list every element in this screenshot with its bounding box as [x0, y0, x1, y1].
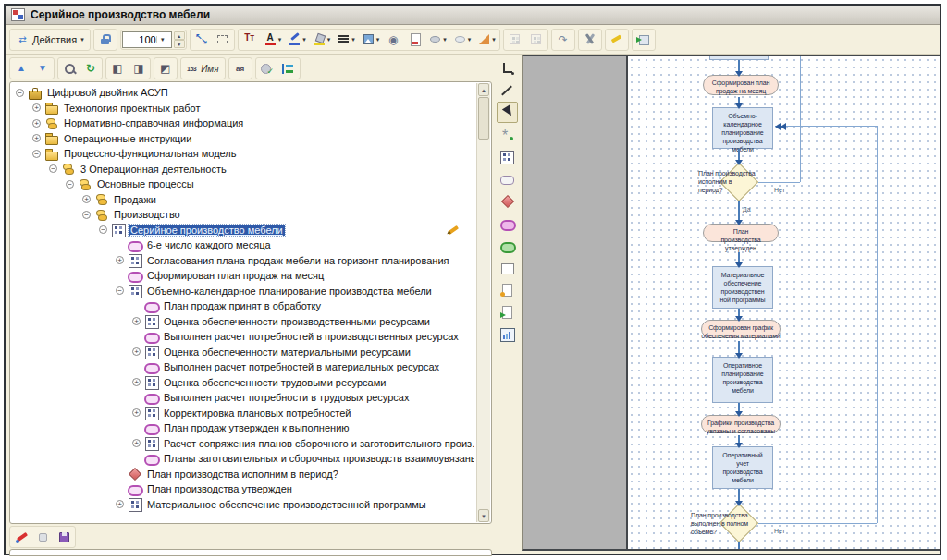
edit-red-button[interactable] — [11, 528, 31, 546]
pointer-tool-button[interactable] — [497, 102, 518, 123]
scrollbar-thumb[interactable] — [478, 97, 489, 140]
export-button[interactable] — [633, 30, 654, 49]
chart-tool-button[interactable] — [497, 323, 518, 345]
expand-toggle[interactable]: + — [32, 119, 41, 128]
tree-item[interactable]: +Операционные инструкции — [12, 131, 474, 147]
tree-item[interactable]: −Производство — [12, 207, 474, 223]
tree-item[interactable]: Выполнен расчет потребности в трудовых р… — [12, 390, 474, 406]
zoom-fit-button[interactable] — [191, 30, 212, 49]
fill-color-button[interactable]: ▾ — [310, 30, 334, 49]
font-color-button[interactable]: ▾ — [261, 30, 285, 49]
process-node[interactable]: Материальноеобеспечениепроизводственной … — [712, 266, 773, 309]
highlight-button[interactable] — [607, 30, 627, 49]
expand-toggle[interactable]: + — [82, 195, 91, 203]
event-node[interactable]: Планпроизводстваутвержден — [703, 224, 779, 242]
expand-toggle[interactable]: + — [32, 134, 41, 142]
save-button[interactable] — [54, 528, 74, 546]
shape-1-button[interactable]: ▾ — [425, 30, 449, 49]
event-node[interactable]: Графики производстваувязаны и согласован… — [701, 415, 781, 433]
state-shape-tool-button[interactable] — [497, 168, 518, 189]
tree-scrollbar[interactable]: ▲ ▼ — [476, 83, 490, 522]
expand-toggle[interactable]: − — [116, 286, 124, 295]
callout-button[interactable]: ▾ — [474, 30, 498, 49]
preview-button[interactable] — [32, 528, 53, 546]
tree-item[interactable]: +Корректировка плановых потребностей — [12, 406, 474, 421]
service-button[interactable] — [580, 30, 600, 49]
tree-item[interactable]: −Основные процессы — [12, 177, 474, 192]
event-shape-tool-button[interactable] — [497, 213, 518, 234]
connector-line-tool-button[interactable] — [497, 79, 518, 101]
page-new-tool-button[interactable] — [497, 279, 518, 300]
tree-item[interactable]: −Процессно-функциональная модель — [12, 146, 474, 162]
apply-button[interactable] — [257, 59, 277, 78]
expand-toggle[interactable]: + — [116, 256, 124, 264]
font-button[interactable] — [240, 30, 260, 49]
tree-item[interactable]: 6-е число каждого месяца — [12, 237, 474, 253]
expand-toggle[interactable]: − — [49, 164, 57, 173]
tree-item[interactable]: +Согласования плана продаж мебели на гор… — [12, 253, 474, 269]
expand-toggle[interactable]: − — [99, 225, 107, 234]
tree-item[interactable]: +Оценка обеспеченности производственными… — [12, 314, 474, 330]
expand-toggle[interactable]: − — [82, 211, 91, 219]
move-down-button[interactable] — [32, 59, 53, 78]
event-node[interactable]: Сформирован графикобеспечения материалам… — [701, 320, 781, 338]
tree-item[interactable]: План продаж утвержден к выполнению — [12, 420, 474, 436]
tree-item[interactable]: +Расчет сопряжения планов сборочного и з… — [12, 436, 474, 452]
expand-toggle[interactable]: + — [132, 317, 141, 325]
diagram-page[interactable]: Сформирован планпродаж на месяцОбъемно-к… — [626, 56, 940, 549]
tree-item[interactable]: +Материальное обеспечение производственн… — [12, 497, 474, 513]
shape-2-button[interactable]: ▾ — [450, 30, 474, 49]
refresh-button[interactable] — [80, 59, 101, 78]
spin-down-button[interactable]: ▼ — [174, 40, 185, 48]
tree-item[interactable]: Сформирован план продаж на месяц — [12, 268, 474, 284]
scroll-down-button[interactable]: ▼ — [478, 509, 489, 522]
zoom-dropdown-button[interactable]: ▾ — [156, 36, 168, 43]
tree-item[interactable]: −Цифровой двойник АСУП — [12, 85, 474, 101]
move-up-button[interactable] — [11, 59, 31, 78]
hierarchy-button[interactable] — [278, 59, 299, 78]
picture-button[interactable]: ▾ — [359, 30, 383, 49]
line-color-button[interactable]: ▾ — [285, 30, 309, 49]
tree-item[interactable]: −3 Операционная деятельность — [12, 162, 474, 177]
process-node[interactable]: Объемно-календарноепланированиепроизводс… — [712, 107, 773, 149]
decision-shape-tool-button[interactable] — [497, 190, 518, 212]
tree-item[interactable]: +Продажи — [12, 192, 474, 208]
tree-item[interactable]: План производства утвержден — [12, 481, 474, 497]
tree-item[interactable]: План производства исполним в период? — [12, 467, 474, 482]
tree-item[interactable]: +Оценка обеспеченности материальными рес… — [12, 345, 474, 360]
panel-right-button[interactable] — [129, 59, 149, 78]
spin-up-button[interactable]: ▲ — [174, 31, 185, 40]
action-shape-tool-button[interactable] — [497, 235, 518, 256]
panel-left-button[interactable] — [107, 59, 128, 78]
tree-item[interactable]: Выполнен расчет потребностей в производс… — [12, 329, 474, 345]
tree-item[interactable]: −Объемно-календарное планирование произв… — [12, 284, 474, 299]
expand-toggle[interactable]: + — [32, 103, 41, 112]
expand-toggle[interactable]: + — [132, 439, 141, 447]
expand-toggle[interactable]: − — [66, 180, 74, 189]
process-shape-tool-button[interactable] — [497, 146, 518, 167]
page-import-tool-button[interactable] — [497, 301, 518, 323]
rectangle-shape-tool-button[interactable] — [497, 257, 518, 278]
auto-layout-tool-button[interactable] — [497, 124, 518, 145]
tree-item[interactable]: Выполнен расчет потребностей в материаль… — [12, 359, 474, 375]
page-button[interactable] — [404, 30, 424, 49]
tree-item[interactable]: −Серийное производство мебели — [12, 223, 474, 238]
expand-toggle[interactable]: − — [32, 150, 41, 158]
expand-toggle[interactable]: − — [16, 89, 24, 97]
sort-button[interactable] — [230, 59, 251, 78]
tree-item[interactable]: +Технология проектных работ — [12, 101, 474, 116]
process-node[interactable]: Оперативноепланированиепроизводствамебел… — [712, 357, 773, 403]
expand-toggle[interactable]: + — [132, 347, 141, 356]
line-style-button[interactable]: ▾ — [334, 30, 358, 49]
tree-item[interactable]: +Нормативно-справочная информация — [12, 116, 474, 131]
tree-item[interactable]: План продаж принят в обработку — [12, 298, 474, 314]
panel-top-button[interactable] — [155, 59, 176, 78]
lock-button[interactable] — [95, 30, 116, 49]
expand-toggle[interactable]: + — [132, 408, 141, 417]
name-display-button[interactable]: 153Имя — [182, 59, 224, 78]
process-node[interactable]: Оперативныйучетпроизводствамебели — [712, 446, 773, 489]
connector-elbow-tool-button[interactable] — [497, 57, 518, 79]
tree-item[interactable]: +Оценка обеспеченности трудовыми ресурса… — [12, 375, 474, 391]
expand-toggle[interactable]: + — [132, 378, 141, 386]
actions-button[interactable]: Действия▾ — [11, 30, 89, 49]
